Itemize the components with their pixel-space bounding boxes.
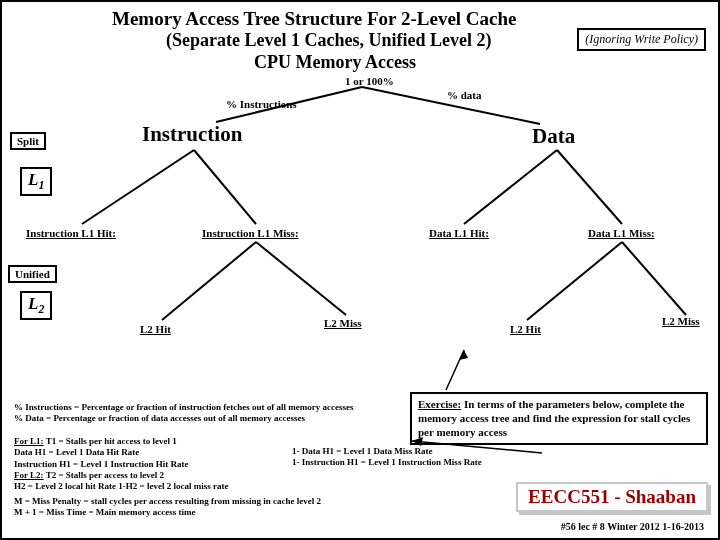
svg-line-4 <box>464 150 557 224</box>
l2-hit-left: L2 Hit <box>140 323 171 335</box>
svg-marker-11 <box>459 350 468 360</box>
top-percent: 1 or 100% <box>345 75 394 87</box>
data-node: Data <box>532 124 575 149</box>
l1-box: L1 <box>20 167 52 196</box>
l2-hit-right: L2 Hit <box>510 323 541 335</box>
svg-line-7 <box>256 242 346 315</box>
subtitle: (Separate Level 1 Caches, Unified Level … <box>166 30 491 51</box>
svg-line-10 <box>446 350 464 390</box>
branding: EECC551 - Shaaban <box>516 482 708 512</box>
svg-line-5 <box>557 150 622 224</box>
exercise-head: Exercise: <box>418 398 461 410</box>
ignoring-policy-box: (Ignoring Write Policy) <box>577 28 706 51</box>
l2-miss-right: L2 Miss <box>662 315 700 327</box>
slide: Memory Access Tree Structure For 2-Level… <box>0 0 720 540</box>
data-l1-hit: Data L1 Hit: <box>429 227 489 239</box>
svg-line-6 <box>162 242 256 320</box>
l2-miss-left: L2 Miss <box>324 317 362 329</box>
l1-miss-definitions: 1- Data H1 = Level 1 Data Miss Rate 1- I… <box>292 446 482 469</box>
svg-line-9 <box>622 242 686 315</box>
svg-line-2 <box>82 150 194 224</box>
instruction-l1-hit: Instruction L1 Hit: <box>26 227 116 239</box>
svg-line-8 <box>527 242 622 320</box>
instruction-l1-miss: Instruction L1 Miss: <box>202 227 299 239</box>
instruction-node: Instruction <box>142 122 242 147</box>
pct-definitions: % Instructions = Percentage or fraction … <box>14 402 353 425</box>
pct-data: % data <box>447 89 482 101</box>
svg-line-3 <box>194 150 256 224</box>
split-label: Split <box>10 132 46 150</box>
data-l1-miss: Data L1 Miss: <box>588 227 655 239</box>
l2-box: L2 <box>20 291 52 320</box>
slide-number: #56 lec # 8 Winter 2012 1-16-2013 <box>561 521 704 532</box>
miss-penalty-definitions: M = Miss Penalty = stall cycles per acce… <box>14 496 321 519</box>
l1-l2-definitions: For L1: T1 = Stalls per hit access to le… <box>14 436 228 492</box>
title: Memory Access Tree Structure For 2-Level… <box>112 8 517 30</box>
cpu-memory-access: CPU Memory Access <box>254 52 416 73</box>
pct-instructions: % Instructions <box>226 98 297 110</box>
exercise-box: Exercise: In terms of the parameters bel… <box>410 392 708 445</box>
unified-label: Unified <box>8 265 57 283</box>
